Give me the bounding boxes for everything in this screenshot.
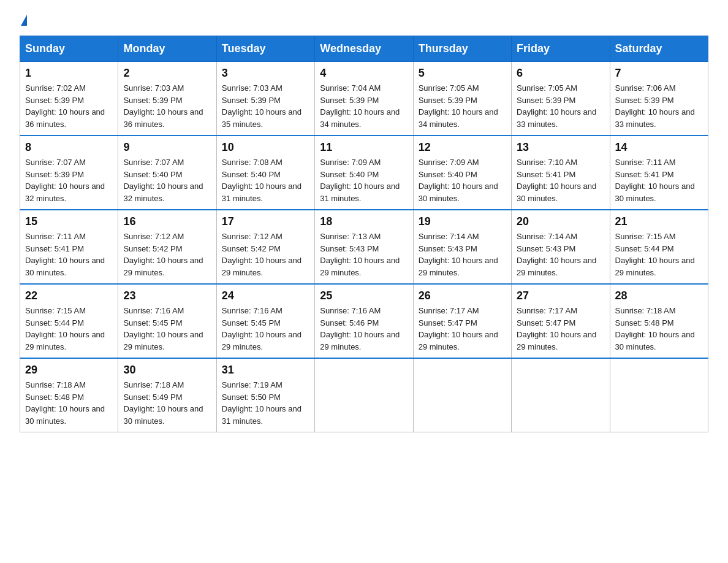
day-info: Sunrise: 7:14 AMSunset: 5:43 PMDaylight:… xyxy=(517,231,604,278)
day-info: Sunrise: 7:14 AMSunset: 5:43 PMDaylight:… xyxy=(419,231,506,278)
day-number: 13 xyxy=(517,141,604,154)
day-info: Sunrise: 7:05 AMSunset: 5:39 PMDaylight:… xyxy=(517,82,604,130)
weekday-header-thursday: Thursday xyxy=(413,36,511,62)
calendar-cell: 13 Sunrise: 7:10 AMSunset: 5:41 PMDaylig… xyxy=(512,136,610,210)
calendar-cell: 12 Sunrise: 7:09 AMSunset: 5:40 PMDaylig… xyxy=(413,136,511,210)
day-number: 21 xyxy=(615,215,703,228)
calendar-cell: 21 Sunrise: 7:15 AMSunset: 5:44 PMDaylig… xyxy=(610,210,708,284)
calendar-cell xyxy=(610,358,708,432)
weekday-header-row: SundayMondayTuesdayWednesdayThursdayFrid… xyxy=(20,36,708,62)
day-number: 24 xyxy=(222,289,309,302)
calendar-cell: 15 Sunrise: 7:11 AMSunset: 5:41 PMDaylig… xyxy=(20,210,118,284)
weekday-header-sunday: Sunday xyxy=(20,36,118,62)
day-number: 22 xyxy=(25,289,113,302)
day-number: 7 xyxy=(615,67,703,80)
day-info: Sunrise: 7:03 AMSunset: 5:39 PMDaylight:… xyxy=(123,82,211,130)
day-number: 27 xyxy=(517,289,604,302)
week-row-1: 1 Sunrise: 7:02 AMSunset: 5:39 PMDayligh… xyxy=(20,62,708,136)
calendar-cell: 24 Sunrise: 7:16 AMSunset: 5:45 PMDaylig… xyxy=(216,284,314,358)
calendar-cell xyxy=(413,358,511,432)
calendar-cell: 4 Sunrise: 7:04 AMSunset: 5:39 PMDayligh… xyxy=(315,62,413,136)
calendar-cell: 23 Sunrise: 7:16 AMSunset: 5:45 PMDaylig… xyxy=(118,284,216,358)
day-number: 9 xyxy=(123,141,211,154)
logo xyxy=(20,15,27,25)
day-info: Sunrise: 7:16 AMSunset: 5:46 PMDaylight:… xyxy=(320,305,408,353)
calendar-cell: 19 Sunrise: 7:14 AMSunset: 5:43 PMDaylig… xyxy=(413,210,511,284)
day-info: Sunrise: 7:16 AMSunset: 5:45 PMDaylight:… xyxy=(222,305,309,353)
calendar-cell: 18 Sunrise: 7:13 AMSunset: 5:43 PMDaylig… xyxy=(315,210,413,284)
weekday-header-wednesday: Wednesday xyxy=(315,36,413,62)
day-info: Sunrise: 7:17 AMSunset: 5:47 PMDaylight:… xyxy=(419,305,506,353)
header xyxy=(20,15,708,25)
page: SundayMondayTuesdayWednesdayThursdayFrid… xyxy=(0,0,728,447)
logo-text xyxy=(20,15,27,27)
day-number: 18 xyxy=(320,215,408,228)
calendar-cell: 30 Sunrise: 7:18 AMSunset: 5:49 PMDaylig… xyxy=(118,358,216,432)
calendar-cell: 17 Sunrise: 7:12 AMSunset: 5:42 PMDaylig… xyxy=(216,210,314,284)
day-number: 28 xyxy=(615,289,703,302)
calendar-cell: 29 Sunrise: 7:18 AMSunset: 5:48 PMDaylig… xyxy=(20,358,118,432)
day-info: Sunrise: 7:07 AMSunset: 5:39 PMDaylight:… xyxy=(25,156,113,204)
calendar-cell: 8 Sunrise: 7:07 AMSunset: 5:39 PMDayligh… xyxy=(20,136,118,210)
weekday-header-friday: Friday xyxy=(512,36,610,62)
calendar-cell xyxy=(512,358,610,432)
day-number: 17 xyxy=(222,215,309,228)
weekday-header-monday: Monday xyxy=(118,36,216,62)
calendar-cell: 28 Sunrise: 7:18 AMSunset: 5:48 PMDaylig… xyxy=(610,284,708,358)
day-number: 25 xyxy=(320,289,408,302)
calendar-cell: 6 Sunrise: 7:05 AMSunset: 5:39 PMDayligh… xyxy=(512,62,610,136)
calendar-body: 1 Sunrise: 7:02 AMSunset: 5:39 PMDayligh… xyxy=(20,62,708,432)
weekday-header-saturday: Saturday xyxy=(610,36,708,62)
day-number: 5 xyxy=(419,67,506,80)
day-info: Sunrise: 7:09 AMSunset: 5:40 PMDaylight:… xyxy=(419,156,506,204)
day-number: 19 xyxy=(419,215,506,228)
day-info: Sunrise: 7:12 AMSunset: 5:42 PMDaylight:… xyxy=(123,231,211,278)
day-info: Sunrise: 7:12 AMSunset: 5:42 PMDaylight:… xyxy=(222,231,309,278)
day-info: Sunrise: 7:04 AMSunset: 5:39 PMDaylight:… xyxy=(320,82,408,130)
day-number: 20 xyxy=(517,215,604,228)
calendar-cell: 31 Sunrise: 7:19 AMSunset: 5:50 PMDaylig… xyxy=(216,358,314,432)
day-number: 3 xyxy=(222,67,309,80)
calendar-cell: 20 Sunrise: 7:14 AMSunset: 5:43 PMDaylig… xyxy=(512,210,610,284)
calendar-cell: 26 Sunrise: 7:17 AMSunset: 5:47 PMDaylig… xyxy=(413,284,511,358)
day-number: 26 xyxy=(419,289,506,302)
calendar-cell: 1 Sunrise: 7:02 AMSunset: 5:39 PMDayligh… xyxy=(20,62,118,136)
week-row-5: 29 Sunrise: 7:18 AMSunset: 5:48 PMDaylig… xyxy=(20,358,708,432)
day-info: Sunrise: 7:11 AMSunset: 5:41 PMDaylight:… xyxy=(25,231,113,278)
day-info: Sunrise: 7:09 AMSunset: 5:40 PMDaylight:… xyxy=(320,156,408,204)
day-info: Sunrise: 7:15 AMSunset: 5:44 PMDaylight:… xyxy=(25,305,113,353)
day-number: 30 xyxy=(123,364,211,377)
day-number: 15 xyxy=(25,215,113,228)
weekday-header-tuesday: Tuesday xyxy=(216,36,314,62)
day-info: Sunrise: 7:08 AMSunset: 5:40 PMDaylight:… xyxy=(222,156,309,204)
day-number: 31 xyxy=(222,364,309,377)
calendar-cell: 9 Sunrise: 7:07 AMSunset: 5:40 PMDayligh… xyxy=(118,136,216,210)
logo-triangle-icon xyxy=(21,15,27,26)
day-info: Sunrise: 7:19 AMSunset: 5:50 PMDaylight:… xyxy=(222,379,309,427)
week-row-4: 22 Sunrise: 7:15 AMSunset: 5:44 PMDaylig… xyxy=(20,284,708,358)
week-row-2: 8 Sunrise: 7:07 AMSunset: 5:39 PMDayligh… xyxy=(20,136,708,210)
day-info: Sunrise: 7:15 AMSunset: 5:44 PMDaylight:… xyxy=(615,231,703,278)
day-info: Sunrise: 7:02 AMSunset: 5:39 PMDaylight:… xyxy=(25,82,113,130)
day-info: Sunrise: 7:10 AMSunset: 5:41 PMDaylight:… xyxy=(517,156,604,204)
day-info: Sunrise: 7:18 AMSunset: 5:48 PMDaylight:… xyxy=(615,305,703,353)
day-info: Sunrise: 7:06 AMSunset: 5:39 PMDaylight:… xyxy=(615,82,703,130)
calendar-cell: 27 Sunrise: 7:17 AMSunset: 5:47 PMDaylig… xyxy=(512,284,610,358)
day-number: 10 xyxy=(222,141,309,154)
calendar-cell: 3 Sunrise: 7:03 AMSunset: 5:39 PMDayligh… xyxy=(216,62,314,136)
day-number: 29 xyxy=(25,364,113,377)
day-number: 23 xyxy=(123,289,211,302)
calendar-cell xyxy=(315,358,413,432)
day-number: 8 xyxy=(25,141,113,154)
calendar-cell: 2 Sunrise: 7:03 AMSunset: 5:39 PMDayligh… xyxy=(118,62,216,136)
calendar-cell: 11 Sunrise: 7:09 AMSunset: 5:40 PMDaylig… xyxy=(315,136,413,210)
day-info: Sunrise: 7:05 AMSunset: 5:39 PMDaylight:… xyxy=(419,82,506,130)
day-number: 1 xyxy=(25,67,113,80)
day-number: 2 xyxy=(123,67,211,80)
week-row-3: 15 Sunrise: 7:11 AMSunset: 5:41 PMDaylig… xyxy=(20,210,708,284)
day-info: Sunrise: 7:03 AMSunset: 5:39 PMDaylight:… xyxy=(222,82,309,130)
calendar-cell: 22 Sunrise: 7:15 AMSunset: 5:44 PMDaylig… xyxy=(20,284,118,358)
day-number: 14 xyxy=(615,141,703,154)
calendar-cell: 14 Sunrise: 7:11 AMSunset: 5:41 PMDaylig… xyxy=(610,136,708,210)
day-number: 6 xyxy=(517,67,604,80)
